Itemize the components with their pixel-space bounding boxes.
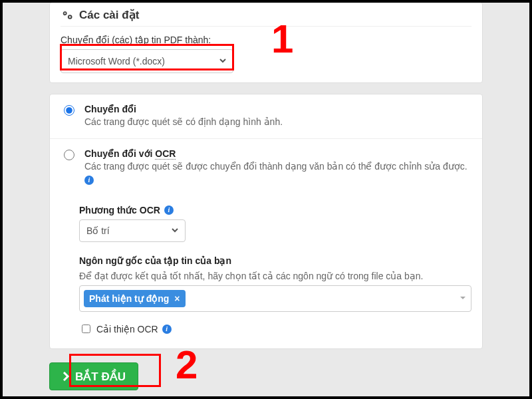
option-ocr-title: Chuyển đổi với OCR xyxy=(84,148,471,159)
start-button[interactable]: BẮT ĐẦU xyxy=(49,362,138,390)
option-convert[interactable]: Chuyển đổi Các trang được quét sẽ có địn… xyxy=(50,94,482,138)
ocr-method-select[interactable]: Bố trí xyxy=(79,219,186,242)
ocr-method-select-wrap[interactable]: Bố trí xyxy=(79,219,186,242)
start-row: BẮT ĐẦU xyxy=(49,362,483,397)
svg-point-1 xyxy=(69,16,71,18)
format-select[interactable]: Microsoft Word (*.docx) xyxy=(61,49,233,73)
settings-card: Các cài đặt Chuyển đổi (các) tập tin PDF… xyxy=(49,2,483,83)
language-chip-label: Phát hiện tự động xyxy=(89,293,169,304)
option-ocr-title-prefix: Chuyển đổi với xyxy=(84,148,155,159)
language-chip: Phát hiện tự động × xyxy=(84,290,186,307)
format-select-value: Microsoft Word (*.docx) xyxy=(68,56,165,66)
settings-title: Các cài đặt xyxy=(79,8,139,22)
chevron-right-icon xyxy=(62,372,70,381)
info-icon[interactable]: i xyxy=(84,176,94,185)
option-ocr-desc: Các trang được quét sẽ được chuyển đổi t… xyxy=(84,160,471,186)
option-convert-desc: Các trang được quét sẽ có định dạng hình… xyxy=(84,116,283,129)
improve-ocr-label: Cải thiện OCR xyxy=(96,324,158,334)
convert-options-card: Chuyển đổi Các trang được quét sẽ có địn… xyxy=(49,94,483,349)
remove-chip-icon[interactable]: × xyxy=(174,293,180,304)
info-icon[interactable]: i xyxy=(164,205,174,215)
info-icon[interactable]: i xyxy=(162,325,172,334)
ocr-method-label: Phương thức OCR i xyxy=(79,205,471,215)
option-ocr-title-term: OCR xyxy=(155,148,176,160)
radio-convert[interactable] xyxy=(64,105,74,116)
ocr-sub-settings: Phương thức OCR i Bố trí Ngôn ngữ gốc củ… xyxy=(50,205,482,349)
improve-ocr-checkbox[interactable] xyxy=(82,325,90,333)
start-button-label: BẮT ĐẦU xyxy=(75,370,126,384)
settings-header: Các cài đặt xyxy=(61,3,471,27)
improve-ocr-row[interactable]: Cải thiện OCR i xyxy=(79,323,471,335)
radio-ocr[interactable] xyxy=(64,150,74,160)
gears-icon xyxy=(61,10,74,21)
ocr-method-value: Bố trí xyxy=(86,225,110,236)
format-select-wrap[interactable]: Microsoft Word (*.docx) xyxy=(61,49,233,73)
option-ocr[interactable]: Chuyển đổi với OCR Các trang được quét s… xyxy=(50,139,482,196)
option-convert-title: Chuyển đổi xyxy=(84,104,283,114)
ocr-lang-label: Ngôn ngữ gốc của tập tin của bạn xyxy=(79,255,471,266)
caret-down-icon xyxy=(459,293,467,304)
ocr-language-multiselect[interactable]: Phát hiện tự động × xyxy=(79,285,471,312)
convert-label: Chuyển đổi (các) tập tin PDF thành: xyxy=(61,35,471,45)
ocr-lang-desc: Để đạt được kết quả tốt nhất, hãy chọn t… xyxy=(79,270,471,283)
